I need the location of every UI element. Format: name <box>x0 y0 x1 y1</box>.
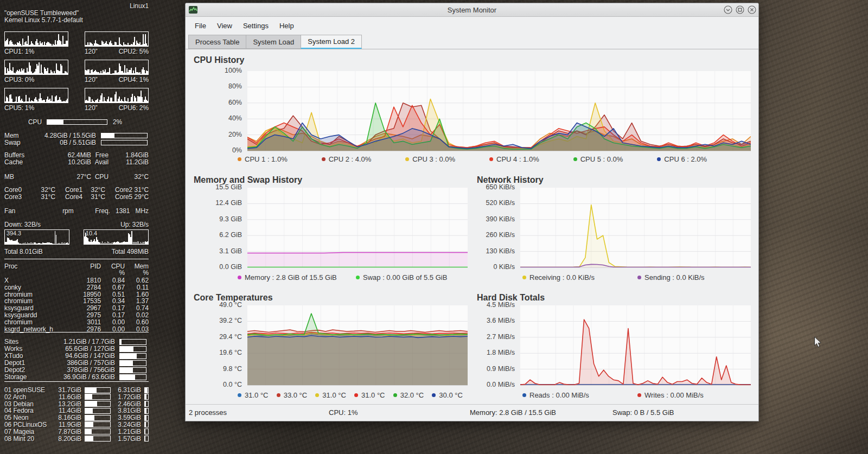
legend-dot-icon <box>405 157 409 161</box>
cpu-bar-label: CPU <box>4 118 47 126</box>
legend-item: 30.0 °C <box>432 390 471 400</box>
process-table-subheader: % % <box>4 269 149 277</box>
cpu-total-bar-row: CPU 2% <box>4 118 149 126</box>
core-temp-pair: Core529°C <box>115 193 149 201</box>
filesystem-row: XTudo94.6GiB / 147GiB <box>4 352 149 359</box>
fan-label: Fan <box>4 207 47 215</box>
menu-item-view[interactable]: View <box>213 20 237 31</box>
distro-bar-1 <box>85 429 111 434</box>
upload-graph: 10.4 <box>84 229 149 245</box>
memory-swap-chart <box>247 188 468 268</box>
cpu-graph-cell: CPU5: 1% <box>4 88 68 112</box>
legend-label: 31.0 °C <box>322 391 346 399</box>
y-tick-label: 60% <box>228 99 242 106</box>
tab-system-load-2[interactable]: System Load 2 <box>301 35 362 49</box>
cpu5-histogram <box>4 88 68 103</box>
tab-system-load[interactable]: System Load <box>246 35 301 49</box>
legend-item: 32.0 °C <box>393 390 432 400</box>
process-row: chromium175350.341.37 <box>4 297 149 304</box>
maximize-button[interactable] <box>736 5 744 14</box>
mem-usage-bar <box>101 133 148 138</box>
cpu3-histogram <box>4 60 68 75</box>
core-value: 31°C <box>135 186 149 194</box>
cpu-graph-label-right: CPU6: 2% <box>119 104 149 112</box>
titlebar[interactable]: System Monitor <box>186 3 758 17</box>
core-label: Core1 <box>65 186 82 194</box>
y-tick-label: 3.6 MiB/s <box>487 317 515 324</box>
distro-size-1: 8.20GiB <box>52 435 85 443</box>
up-speed: Up: 32B/s <box>120 221 149 228</box>
network-history-yaxis: 0 KiB/s130 KiB/s260 KiB/s390 KiB/s520 Ki… <box>475 188 518 267</box>
menu-item-help[interactable]: Help <box>275 20 298 31</box>
distro-bar-1 <box>85 436 111 442</box>
swap-label: Swap <box>4 139 26 146</box>
y-tick-label: 650 KiB/s <box>486 183 515 191</box>
cpu-graph-label: CPU3: 0% <box>4 76 68 84</box>
col-cpu-unit: % <box>101 269 125 277</box>
conky-widget: Linux1 "openSUSE Tumbleweed" Kernel Linu… <box>4 1 149 446</box>
distro-bar-2 <box>144 415 149 421</box>
cpu-graph-label-left: 120” <box>85 104 98 112</box>
distro-bar-2 <box>144 387 149 393</box>
legend-label: CPU 6 : 2.0% <box>664 155 707 163</box>
legend-dot-icon <box>432 393 436 397</box>
menu-item-file[interactable]: File <box>190 20 210 31</box>
distro-bar-1 <box>85 401 111 407</box>
core-temps-block: Core032°CCore132°CCore231°CCore331°CCore… <box>4 186 149 200</box>
mem-label: Mem <box>4 132 26 139</box>
download-total: Total 8.01GiB <box>4 248 43 255</box>
minimize-button[interactable] <box>724 5 732 14</box>
core-temp-pair: Core231°C <box>115 186 149 194</box>
legend-item: CPU 3 : 0.0% <box>405 154 489 164</box>
cpu-graph-label: 120”CPU6: 2% <box>85 104 149 112</box>
legend-item: Writes : 0.00 MiB/s <box>637 390 753 400</box>
y-tick-label: 520 KiB/s <box>486 199 515 207</box>
distro-row: 07 Mageia7.87GiB1.21GiB <box>4 428 149 435</box>
tab-process-table[interactable]: Process Table <box>188 35 246 49</box>
legend-label: 33.0 °C <box>284 391 308 399</box>
distro-bar-2 <box>144 408 149 414</box>
fs-name: XTudo <box>4 352 38 360</box>
cpu-temp: 32°C <box>108 173 149 181</box>
mem-info-cell: Avail <box>91 158 108 166</box>
download-graph: 394.3 <box>4 229 69 245</box>
legend-item: Reads : 0.00 MiB/s <box>522 390 637 400</box>
distro-row: 01 openSUSE31.7GiB6.31GiB <box>4 386 149 393</box>
core-value: 29°C <box>135 193 149 201</box>
network-history-chart <box>520 188 751 268</box>
close-button[interactable] <box>748 5 756 14</box>
fs-usage: 65.6GiB / 127GiB <box>38 345 119 353</box>
fan-rpm: rpm <box>47 207 89 215</box>
legend-item: Sending : 0.0 KiB/s <box>637 272 753 282</box>
core-value: 31°C <box>91 193 105 201</box>
y-tick-label: 20% <box>228 131 242 138</box>
distro-bar-1 <box>85 394 111 400</box>
cpu-graph-cell: 120”CPU6: 2% <box>85 88 149 112</box>
menu-item-settings[interactable]: Settings <box>239 20 273 31</box>
mem-info-cell: 10.2GiB <box>39 158 91 166</box>
hard-disk-totals-chart <box>520 305 751 386</box>
legend-item: Receiving : 0.0 KiB/s <box>522 272 637 282</box>
y-tick-label: 40% <box>228 114 242 122</box>
y-tick-label: 390 KiB/s <box>486 215 515 223</box>
distro-row: 04 Fedora11.4GiB3.81GiB <box>4 407 149 414</box>
swap-bar-row: Swap 0B / 5.51GiB <box>4 139 149 146</box>
cpu-temp-label: CPU <box>91 173 108 181</box>
tabbar: Process TableSystem LoadSystem Load 2 <box>186 35 758 49</box>
fs-usage: 94.6GiB / 147GiB <box>38 352 119 360</box>
cpu-graph-label: 120”CPU2: 5% <box>85 48 149 55</box>
mb-temp: 27°C <box>39 173 91 181</box>
kernel-version: Kernel Linux 5.7.7-1-default <box>4 16 149 24</box>
net-totals: Total 8.01GiB Total 498MiB <box>4 248 149 255</box>
distro-bar-2 <box>144 394 149 400</box>
core-label: Core0 <box>4 186 22 194</box>
hard-disk-totals-legend: Reads : 0.00 MiB/sWrites : 0.00 MiB/s <box>522 390 753 400</box>
filesystem-row: Works65.6GiB / 127GiB <box>4 345 149 352</box>
y-tick-label: 100% <box>225 67 242 74</box>
cpu-graph-label: CPU5: 1% <box>4 104 68 112</box>
y-tick-label: 29.4 °C <box>219 333 242 341</box>
y-tick-label: 0% <box>232 146 242 154</box>
y-tick-label: 39.2 °C <box>219 317 242 324</box>
os-name: "openSUSE Tumbleweed" <box>4 9 149 17</box>
core-temp-pair: Core431°C <box>65 193 115 201</box>
